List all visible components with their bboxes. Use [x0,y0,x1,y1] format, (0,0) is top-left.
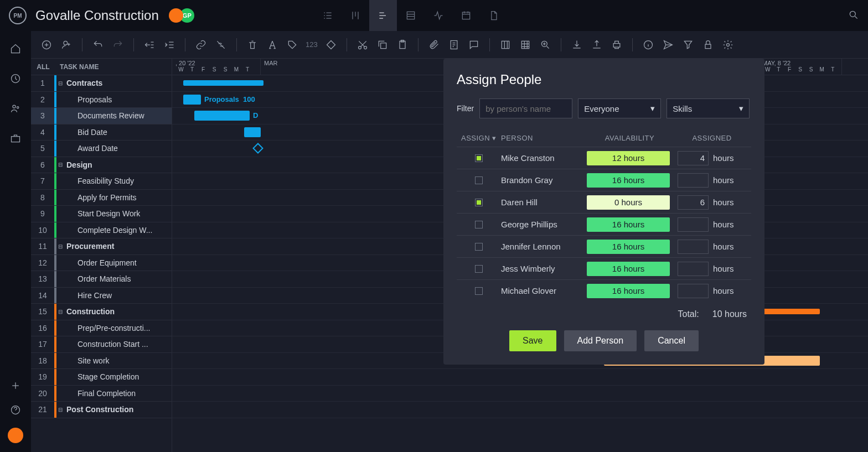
task-row[interactable]: 20 Final Completion [31,386,172,402]
task-row[interactable]: 7 Feasibility Study [31,173,172,190]
assign-checkbox[interactable] [475,154,483,162]
gantt-chart[interactable]: , 20 '22 WTFSSMT MAR APR, 24 '22 WTFSSMT… [172,59,868,452]
assign-checkbox[interactable] [475,221,483,228]
filter-group-select[interactable]: Everyone▾ [578,98,661,118]
filter-skills-select[interactable]: Skills▾ [666,98,750,118]
cancel-button[interactable]: Cancel [644,330,699,351]
zoom-icon[interactable] [539,38,552,51]
note-icon[interactable] [447,38,461,51]
search-icon[interactable] [848,9,859,22]
info-icon[interactable] [642,38,655,51]
cut-icon[interactable] [356,38,369,51]
delete-icon[interactable] [246,38,259,51]
view-sheet-icon[interactable] [397,0,425,31]
outdent-icon[interactable] [143,38,156,51]
current-user-avatar[interactable] [8,428,23,443]
task-row[interactable]: 14 Hire Crew [31,288,172,304]
assigned-hours-input[interactable] [678,195,709,210]
view-gantt-icon[interactable] [369,0,397,31]
task-row[interactable]: 5 Award Date [31,141,172,157]
view-list-icon[interactable] [314,0,342,31]
copy-icon[interactable] [376,38,389,51]
assigned-hours-input[interactable] [678,151,709,165]
add-icon[interactable] [9,379,22,392]
task-row[interactable]: 6 ⊟ Design [31,157,172,174]
export-icon[interactable] [590,38,603,51]
send-icon[interactable] [662,38,675,51]
assigned-hours-input[interactable] [678,262,709,276]
task-row[interactable]: 17 Construction Start ... [31,336,172,353]
add-circle-icon[interactable] [40,38,53,51]
task-row[interactable]: 15 ⊟ Construction [31,304,172,320]
briefcase-icon[interactable] [9,132,22,145]
th-availability[interactable]: AVAILABILITY [587,134,673,142]
redo-icon[interactable] [111,38,125,51]
lock-icon[interactable] [701,38,715,51]
assign-checkbox[interactable] [475,243,483,251]
add-person-button[interactable]: Add Person [564,330,637,351]
task-row[interactable]: 1 ⊟ Contracts [31,75,172,92]
assign-checkbox[interactable] [475,287,483,295]
home-icon[interactable] [9,42,22,55]
task-row[interactable]: 9 Start Design Work [31,206,172,222]
task-row[interactable]: 2 Proposals [31,92,172,108]
comment-icon[interactable] [467,38,480,51]
import-icon[interactable] [570,38,583,51]
tag-icon[interactable] [286,38,299,51]
filter-name-input[interactable] [479,98,572,118]
task-row[interactable]: 13 Order Materials [31,271,172,288]
expand-icon[interactable]: ⊟ [56,243,64,250]
assigned-hours-input[interactable] [678,173,709,188]
assign-checkbox[interactable] [475,199,483,206]
task-row[interactable]: 4 Bid Date [31,124,172,141]
th-assign[interactable]: ASSIGN ▾ [457,134,501,142]
columns-icon[interactable] [499,38,512,51]
assigned-hours-input[interactable] [678,240,709,254]
avatar-user-1[interactable] [169,8,183,23]
view-activity-icon[interactable] [425,0,452,31]
th-assigned[interactable]: ASSIGNED [673,134,751,142]
add-person-icon[interactable] [60,38,73,51]
view-board-icon[interactable] [342,0,369,31]
team-icon[interactable] [9,102,22,115]
assigned-hours-input[interactable] [678,217,709,232]
attachment-icon[interactable] [427,38,441,51]
th-person[interactable]: PERSON [501,134,587,142]
assign-checkbox[interactable] [475,176,483,184]
task-row[interactable]: 10 Complete Design W... [31,222,172,239]
assigned-hours-input[interactable] [678,284,709,298]
column-task-name[interactable]: TASK NAME [55,63,99,71]
print-icon[interactable] [610,38,623,51]
column-all[interactable]: ALL [31,63,55,71]
task-row[interactable]: 18 Site work [31,353,172,370]
save-button[interactable]: Save [509,330,556,351]
view-calendar-icon[interactable] [452,0,480,31]
text-icon[interactable] [266,38,279,51]
expand-icon[interactable]: ⊟ [56,80,64,86]
task-row[interactable]: 8 Apply for Permits [31,190,172,206]
grid-icon[interactable] [519,38,532,51]
filter-icon[interactable] [681,38,695,51]
paste-icon[interactable] [396,38,409,51]
task-row[interactable]: 19 Stage Completion [31,369,172,386]
diamond-icon[interactable] [324,38,338,51]
task-row[interactable]: 12 Order Equipment [31,255,172,272]
task-row[interactable]: 21 ⊟ Post Construction [31,402,172,418]
undo-icon[interactable] [91,38,105,51]
unlink-icon[interactable] [214,38,228,51]
task-row[interactable]: 16 Prep/Pre-constructi... [31,320,172,337]
settings-icon[interactable] [721,38,735,51]
user-avatars[interactable]: GP [172,8,194,23]
recent-icon[interactable] [9,72,22,85]
view-file-icon[interactable] [480,0,508,31]
expand-icon[interactable]: ⊟ [56,309,64,315]
link-icon[interactable] [194,38,208,51]
expand-icon[interactable]: ⊟ [56,162,64,168]
expand-icon[interactable]: ⊟ [56,407,64,413]
assign-checkbox[interactable] [475,265,483,273]
indent-icon[interactable] [163,38,176,51]
task-row[interactable]: 3 Documents Review [31,108,172,124]
app-logo[interactable]: PM [9,7,27,24]
help-icon[interactable] [9,403,22,417]
task-row[interactable]: 11 ⊟ Procurement [31,238,172,255]
